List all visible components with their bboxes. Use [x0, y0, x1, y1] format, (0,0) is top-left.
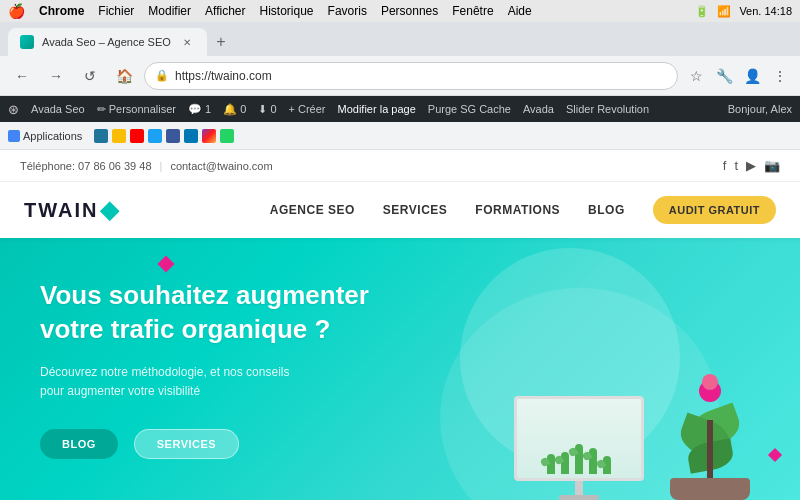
chrome-tab-active[interactable]: Avada Seo – Agence SEO ✕ [8, 28, 207, 56]
tab-close-button[interactable]: ✕ [179, 34, 195, 50]
menubar-clock: 🔋 📶 Ven. 14:18 [695, 5, 792, 18]
tab-label: Avada Seo – Agence SEO [42, 36, 171, 48]
blog-button[interactable]: BLOG [40, 429, 118, 459]
instagram-icon[interactable]: 📷 [764, 158, 780, 173]
menubar-modifier[interactable]: Modifier [148, 4, 191, 18]
refresh-button[interactable]: ↺ [76, 62, 104, 90]
menubar-aide[interactable]: Aide [508, 4, 532, 18]
secure-icon: 🔒 [155, 69, 169, 82]
logo-icon: ◆ [100, 196, 120, 224]
back-button[interactable]: ← [8, 62, 36, 90]
wp-adminbar: ⊛ Avada Seo ✏ Personnaliser 💬 1 🔔 0 ⬇ 0 … [0, 96, 800, 122]
logo-text: TWAIN [24, 199, 98, 222]
hero-illustration [514, 380, 760, 500]
site-nav: TWAIN◆ AGENCE SEO SERVICES FORMATIONS BL… [0, 182, 800, 238]
wp-purge[interactable]: Purge SG Cache [428, 103, 511, 115]
bookmark-star-icon[interactable]: ☆ [684, 64, 708, 88]
menubar-chrome[interactable]: Chrome [39, 4, 84, 18]
plant-flower [699, 380, 721, 402]
extensions-icon[interactable]: 🔧 [712, 64, 736, 88]
menubar-fenetre[interactable]: Fenêtre [452, 4, 493, 18]
apple-menu[interactable]: 🍎 [8, 3, 25, 19]
wp-user: Bonjour, Alex [728, 103, 792, 115]
wp-zero1[interactable]: 🔔 0 [223, 103, 246, 116]
nav-agence-seo[interactable]: AGENCE SEO [270, 203, 355, 217]
wp-comments[interactable]: 💬 1 [188, 103, 211, 116]
account-icon[interactable]: 👤 [740, 64, 764, 88]
monitor-stand [575, 481, 583, 495]
wp-creer[interactable]: + Créer [289, 103, 326, 115]
wp-personnaliser[interactable]: ✏ Personnaliser [97, 103, 176, 116]
plant-soil [670, 478, 750, 500]
forward-button[interactable]: → [42, 62, 70, 90]
email-text: contact@twaino.com [170, 160, 272, 172]
monitor-illustration [514, 396, 644, 500]
menubar-afficher[interactable]: Afficher [205, 4, 245, 18]
chrome-bookmarks: Applications [0, 122, 800, 150]
sprout-2 [561, 452, 569, 474]
chrome-window: Avada Seo – Agence SEO ✕ + ← → ↺ 🏠 🔒 htt… [0, 22, 800, 500]
sprout-4 [589, 448, 597, 474]
address-bar[interactable]: 🔒 https://twaino.com [144, 62, 678, 90]
site-logo[interactable]: TWAIN◆ [24, 196, 120, 224]
wp-avada[interactable]: Avada [523, 103, 554, 115]
services-button[interactable]: SERVICES [134, 429, 239, 459]
website-content: Téléphone: 07 86 06 39 48 | contact@twai… [0, 150, 800, 500]
bookmark-applications[interactable]: Applications [8, 130, 82, 142]
bookmark-wp[interactable] [94, 129, 108, 143]
wp-modifier-page[interactable]: Modifier la page [338, 103, 416, 115]
chrome-toolbar: ← → ↺ 🏠 🔒 https://twaino.com ☆ 🔧 👤 ⋮ [0, 56, 800, 96]
nav-services[interactable]: SERVICES [383, 203, 447, 217]
monitor-screen-bg [517, 399, 641, 478]
monitor-screen [514, 396, 644, 481]
bookmark-fb[interactable] [166, 129, 180, 143]
sprout-3 [575, 444, 583, 474]
menubar-personnes[interactable]: Personnes [381, 4, 438, 18]
bookmark-tw[interactable] [148, 129, 162, 143]
wp-slider[interactable]: Slider Revolution [566, 103, 649, 115]
bookmark-label: Applications [23, 130, 82, 142]
hero-subtitle: Découvrez notre méthodologie, et nos con… [40, 363, 360, 401]
chrome-tabbar: Avada Seo – Agence SEO ✕ + [0, 22, 800, 56]
site-hero: Vous souhaitez augmenter votre trafic or… [0, 238, 800, 500]
diamond-decoration-1 [158, 256, 175, 273]
menubar-fichier[interactable]: Fichier [98, 4, 134, 18]
sprout-1 [547, 454, 555, 474]
url-text: https://twaino.com [175, 69, 272, 83]
nav-formations[interactable]: FORMATIONS [475, 203, 560, 217]
chrome-toolbar-icons: ☆ 🔧 👤 ⋮ [684, 64, 792, 88]
site-contact-bar: Téléphone: 07 86 06 39 48 | contact@twai… [0, 150, 800, 182]
wp-logo: ⊛ [8, 102, 19, 117]
home-button[interactable]: 🏠 [110, 62, 138, 90]
mac-menubar: 🍎 Chrome Fichier Modifier Afficher Histo… [0, 0, 800, 22]
social-icons: f t ▶ 📷 [723, 158, 780, 173]
site-navigation: AGENCE SEO SERVICES FORMATIONS BLOG AUDI… [270, 196, 776, 224]
hero-heading: Vous souhaitez augmenter votre trafic or… [40, 279, 460, 347]
nav-blog[interactable]: BLOG [588, 203, 625, 217]
menubar-historique[interactable]: Historique [260, 4, 314, 18]
tab-favicon [20, 35, 34, 49]
bookmark-in[interactable] [202, 129, 216, 143]
facebook-icon[interactable]: f [723, 158, 727, 173]
separator: | [160, 160, 163, 172]
youtube-icon[interactable]: ▶ [746, 158, 756, 173]
bookmark-wa[interactable] [220, 129, 234, 143]
plant-illustration [660, 380, 760, 500]
phone-text: Téléphone: 07 86 06 39 48 [20, 160, 152, 172]
bookmark-g[interactable] [112, 129, 126, 143]
new-tab-button[interactable]: + [207, 28, 235, 56]
bookmark-li[interactable] [184, 129, 198, 143]
sprout-5 [603, 456, 611, 474]
diamond-decoration-2 [768, 448, 782, 462]
twitter-icon[interactable]: t [734, 158, 738, 173]
audit-gratuit-button[interactable]: AUDIT GRATUIT [653, 196, 776, 224]
bookmark-icon [8, 130, 20, 142]
wp-zero2[interactable]: ⬇ 0 [258, 103, 276, 116]
menubar-favoris[interactable]: Favoris [328, 4, 367, 18]
bookmark-y[interactable] [130, 129, 144, 143]
wp-avada-seo[interactable]: Avada Seo [31, 103, 85, 115]
chrome-menu-icon[interactable]: ⋮ [768, 64, 792, 88]
